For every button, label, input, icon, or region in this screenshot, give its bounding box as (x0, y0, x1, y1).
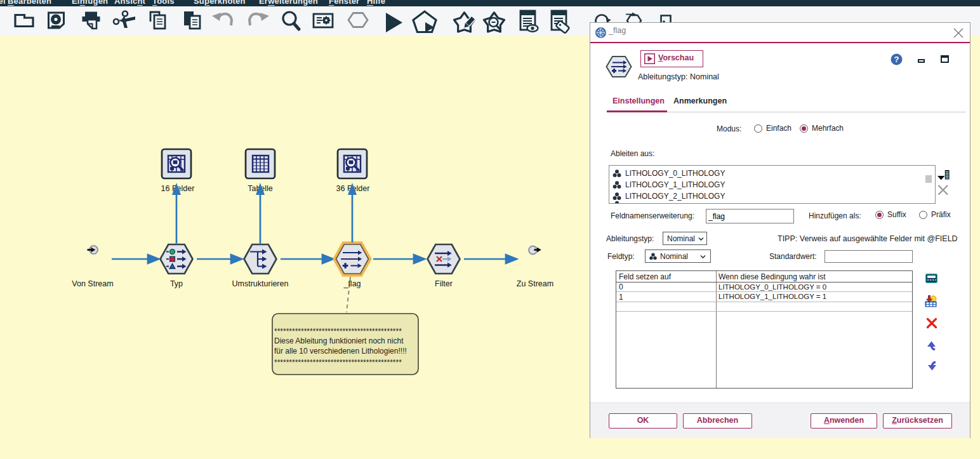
svg-text:Typ: Typ (170, 279, 183, 288)
svg-text:Diese Ableitung funktioniert n: Diese Ableitung funktioniert noch nicht (274, 336, 404, 345)
svg-text:_flag: _flag (343, 279, 361, 288)
svg-text:Zu Stream: Zu Stream (517, 279, 553, 288)
svg-text:für alle 10 verschiedenen Lith: für alle 10 verschiedenen Lithologien!!!… (274, 347, 407, 356)
svg-text:?: ? (894, 55, 899, 64)
svg-text:Umstrukturieren: Umstrukturieren (232, 279, 289, 288)
svg-text:Von Stream: Von Stream (72, 279, 113, 288)
svg-text:******************************: ****************************************… (274, 358, 402, 367)
svg-text:Filter: Filter (435, 279, 453, 288)
svg-text:******************************: ****************************************… (274, 327, 402, 336)
